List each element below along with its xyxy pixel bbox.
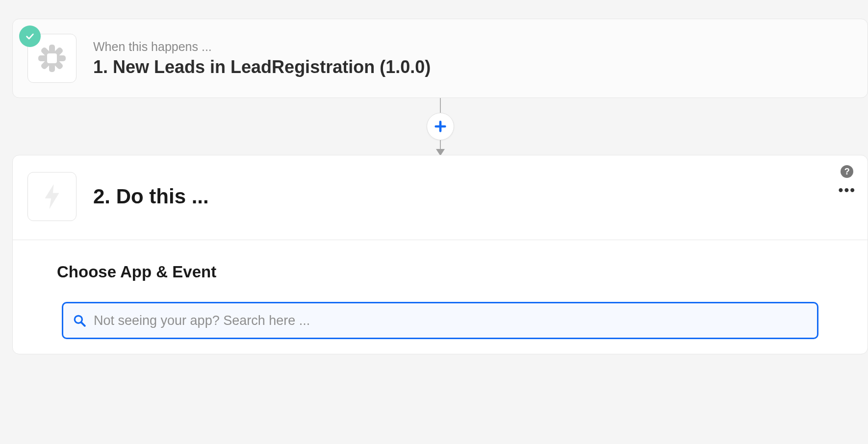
- help-icon[interactable]: ?: [841, 165, 853, 178]
- action-step-header[interactable]: 2. Do this ... ? •••: [13, 155, 868, 240]
- choose-app-section: Choose App & Event: [13, 240, 868, 354]
- bolt-icon: [41, 182, 63, 211]
- app-search-wrap[interactable]: [62, 302, 818, 339]
- action-app-icon-wrap: [27, 172, 77, 221]
- action-step-text: 2. Do this ...: [93, 185, 853, 208]
- trigger-step-card[interactable]: When this happens ... 1. New Leads in Le…: [12, 19, 868, 98]
- svg-rect-4: [47, 53, 57, 63]
- add-step-button[interactable]: [427, 113, 454, 140]
- action-title: 2. Do this ...: [93, 185, 853, 208]
- trigger-app-icon-wrap: [27, 34, 77, 83]
- search-icon: [73, 314, 86, 327]
- zapier-asterisk-icon: [36, 43, 68, 74]
- status-success-badge: [19, 25, 41, 47]
- trigger-step-text: When this happens ... 1. New Leads in Le…: [93, 40, 853, 77]
- section-title: Choose App & Event: [57, 263, 823, 281]
- app-search-input[interactable]: [94, 313, 807, 328]
- trigger-title: 1. New Leads in LeadRegistration (1.0.0): [93, 57, 853, 77]
- trigger-eyebrow: When this happens ...: [93, 40, 853, 54]
- plus-icon: [434, 120, 447, 133]
- check-icon: [25, 31, 35, 42]
- trigger-step-header: When this happens ... 1. New Leads in Le…: [13, 19, 868, 98]
- more-icon[interactable]: •••: [839, 188, 856, 193]
- action-step-card: 2. Do this ... ? ••• Choose App & Event: [12, 155, 868, 354]
- svg-line-6: [81, 322, 85, 326]
- editor-canvas: When this happens ... 1. New Leads in Le…: [0, 0, 868, 354]
- step-header-actions: ? •••: [839, 165, 856, 193]
- step-connector: [12, 98, 868, 155]
